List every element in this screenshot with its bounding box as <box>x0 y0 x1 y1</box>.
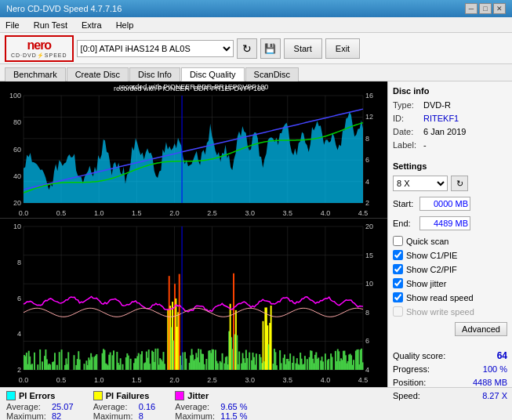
tab-disc-quality[interactable]: Disc Quality <box>181 67 245 81</box>
pi-failures-color <box>93 391 103 400</box>
menu-extra[interactable]: Extra <box>79 20 104 31</box>
disc-label-row: Label: - <box>393 140 507 150</box>
quick-scan-checkbox[interactable] <box>393 236 403 246</box>
quality-score-value: 64 <box>497 350 507 361</box>
type-label: Type: <box>393 100 420 110</box>
show-c2pif-label: Show C2/PIF <box>406 265 457 274</box>
chart-top: recorded with PIONEER BDR-PR1EPDVPP100 <box>0 81 387 219</box>
id-value: RITEKF1 <box>423 114 459 123</box>
pi-avg-value: 25.07 <box>52 402 74 411</box>
exit-button[interactable]: Exit <box>325 38 360 59</box>
speed-display-row: Speed: 8.27 X <box>393 391 507 400</box>
speed-row: 8 X ↻ <box>393 176 507 191</box>
position-row: Position: 4488 MB <box>393 378 507 387</box>
progress-row: Progress: 100 % <box>393 364 507 374</box>
jitter-max: Maximum: 11.5 % <box>175 411 247 420</box>
speed-select[interactable]: 8 X <box>393 176 448 191</box>
pi-failures-avg: Average: 0.16 <box>93 402 163 411</box>
pif-max-label: Maximum: <box>93 411 134 420</box>
pi-failures-max: Maximum: 8 <box>93 411 163 420</box>
type-value: DVD-R <box>423 100 451 110</box>
tab-disc-info[interactable]: Disc Info <box>129 67 180 81</box>
progress-value: 100 % <box>483 364 507 374</box>
end-mb-label: End: <box>393 219 416 228</box>
pi-errors-title: PI Errors <box>19 391 55 400</box>
jitter-avg-value: 9.65 % <box>220 402 247 411</box>
jitter-col: Jitter Average: 9.65 % Maximum: 11.5 % P… <box>175 391 247 420</box>
start-mb-input[interactable] <box>419 197 470 211</box>
pi-failures-header: PI Failures <box>93 391 163 400</box>
pi-failures-col: PI Failures Average: 0.16 Maximum: 8 Tot… <box>93 391 163 420</box>
start-mb-label: Start: <box>393 199 416 208</box>
end-mb-input[interactable] <box>419 216 470 230</box>
show-c2pif-row: Show C2/PIF <box>393 264 507 274</box>
quick-scan-label: Quick scan <box>406 237 448 246</box>
show-read-speed-row: Show read speed <box>393 292 507 302</box>
pi-errors-color <box>6 391 16 400</box>
logo: nero CD·DVD⚡SPEED <box>5 35 74 62</box>
show-c1pie-label: Show C1/PIE <box>406 251 457 260</box>
title-bar: Nero CD-DVD Speed 4.7.7.16 ─ □ ✕ <box>0 0 512 17</box>
chart-title: recorded with PIONEER BDR-PR1EPDVPP100 <box>119 83 269 91</box>
tab-create-disc[interactable]: Create Disc <box>67 67 129 81</box>
position-label: Position: <box>393 378 426 387</box>
chart-area: recorded with PIONEER BDR-PR1EPDVPP100 <box>0 81 388 387</box>
refresh-speed-button[interactable]: ↻ <box>451 176 468 191</box>
drive-select[interactable]: [0:0] ATAPI iHAS124 B AL0S <box>77 40 234 57</box>
chart-bottom <box>0 219 387 387</box>
start-mb-row: Start: <box>393 197 507 211</box>
minimize-button[interactable]: ─ <box>465 3 478 14</box>
show-c1pie-row: Show C1/PIE <box>393 250 507 260</box>
tab-scandisc[interactable]: ScanDisc <box>245 67 299 81</box>
show-jitter-row: Show jitter <box>393 278 507 288</box>
save-icon-button[interactable]: 💾 <box>260 38 281 59</box>
date-label: Date: <box>393 127 420 136</box>
show-write-speed-label: Show write speed <box>406 307 474 317</box>
jitter-header: Jitter <box>175 391 247 400</box>
menu-bar: File Run Test Extra Help <box>0 17 512 33</box>
pi-errors-max: Maximum: 82 <box>6 411 81 420</box>
main-content: recorded with PIONEER BDR-PR1EPDVPP100 D… <box>0 81 512 387</box>
quick-scan-row: Quick scan <box>393 236 507 246</box>
menu-file[interactable]: File <box>3 20 22 31</box>
show-read-speed-label: Show read speed <box>406 293 474 302</box>
menu-run-test[interactable]: Run Test <box>31 20 70 31</box>
pi-errors-header: PI Errors <box>6 391 81 400</box>
refresh-icon-button[interactable]: ↻ <box>237 38 257 59</box>
jitter-avg-label: Average: <box>175 402 216 411</box>
show-write-speed-checkbox[interactable] <box>393 306 403 317</box>
show-jitter-label: Show jitter <box>406 279 446 288</box>
maximize-button[interactable]: □ <box>479 3 492 14</box>
speed-display-value: 8.27 X <box>482 391 507 400</box>
label-value: - <box>423 140 427 150</box>
pif-max-value: 8 <box>139 411 143 420</box>
pif-avg-value: 0.16 <box>139 402 155 411</box>
show-jitter-checkbox[interactable] <box>393 278 403 288</box>
start-button[interactable]: Start <box>284 38 322 59</box>
tab-benchmark[interactable]: Benchmark <box>5 67 66 81</box>
label-label: Label: <box>393 140 420 150</box>
logo-nero: nero <box>27 38 51 52</box>
pi-failures-title: PI Failures <box>106 391 150 400</box>
disc-info-title: Disc info <box>393 86 507 96</box>
quality-score-label: Quality score: <box>393 351 445 360</box>
quality-score-row: Quality score: 64 <box>393 350 507 361</box>
speed-display-label: Speed: <box>393 391 420 400</box>
show-c1pie-checkbox[interactable] <box>393 250 403 260</box>
jitter-max-value: 11.5 % <box>220 411 247 420</box>
progress-label: Progress: <box>393 364 430 374</box>
title-text: Nero CD-DVD Speed 4.7.7.16 <box>6 4 122 13</box>
disc-date-row: Date: 6 Jan 2019 <box>393 127 507 136</box>
close-button[interactable]: ✕ <box>493 3 506 14</box>
tab-bar: Benchmark Create Disc Disc Info Disc Qua… <box>0 64 512 81</box>
jitter-avg: Average: 9.65 % <box>175 402 247 411</box>
show-c2pif-checkbox[interactable] <box>393 264 403 274</box>
disc-type-row: Type: DVD-R <box>393 100 507 110</box>
jitter-title: Jitter <box>187 391 209 400</box>
show-read-speed-checkbox[interactable] <box>393 292 403 302</box>
date-value: 6 Jan 2019 <box>423 127 466 136</box>
window-controls: ─ □ ✕ <box>465 3 506 14</box>
advanced-button[interactable]: Advanced <box>455 322 507 336</box>
pi-avg-label: Average: <box>6 402 47 411</box>
menu-help[interactable]: Help <box>114 20 136 31</box>
